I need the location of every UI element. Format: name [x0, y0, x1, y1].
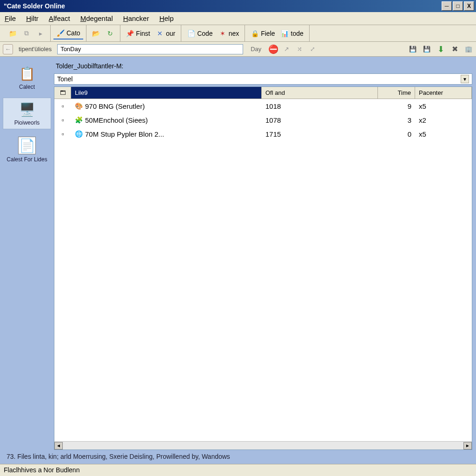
menu-mdegental[interactable]: Mdegental: [80, 14, 113, 22]
row-time: 0: [378, 130, 415, 138]
calect-icon: 📋: [17, 65, 37, 82]
path-label: Tolder_Juobilftantler-M:: [54, 61, 472, 71]
folder-button[interactable]: 📁: [6, 28, 20, 39]
our-button[interactable]: ✕our: [153, 28, 178, 39]
chevron-right-icon: ▸: [36, 29, 45, 38]
maximize-button[interactable]: □: [453, 1, 463, 11]
menu-hiltr[interactable]: Hiltr: [26, 14, 39, 22]
sidebar-calect-label: Calect: [19, 84, 35, 90]
horizontal-scrollbar[interactable]: ◄ ►: [54, 441, 472, 450]
minimize-button[interactable]: ─: [442, 1, 452, 11]
arrow-up-right-icon: ↗: [284, 46, 289, 53]
row-name: 50MEnchool (Siees): [85, 116, 148, 124]
monitor-icon: 🖥️: [17, 101, 37, 118]
folder-combo[interactable]: Tonel ▼: [54, 73, 472, 85]
table-row[interactable]: ▫ 🌐70M Stup Pypler Blon 2... 1715 0 x5: [54, 127, 472, 141]
tool-group-5: 📄Code ✶nex: [181, 25, 245, 41]
stop-icon: ⛔: [268, 44, 278, 54]
close-button[interactable]: X: [464, 1, 474, 11]
tool-group-2: 🖌️Cato: [51, 25, 86, 41]
open-folder-button[interactable]: 📂: [89, 28, 103, 39]
sidebar-item-calest[interactable]: 📄 Calest For Lides: [3, 134, 51, 165]
table-row[interactable]: ▫ 🧩50MEnchool (Siees) 1078 3 x2: [54, 113, 472, 127]
chart-icon: 📊: [281, 29, 289, 38]
row-time: 9: [378, 102, 415, 110]
fiele-button[interactable]: 🔒Fiele: [248, 28, 278, 39]
page-icon: 📄: [187, 29, 195, 38]
combo-value: Tonel: [57, 75, 461, 83]
menu-bar: File Hiltr Alfeact Mdegental Hancker Hel…: [0, 12, 476, 25]
nav-back-button[interactable]: ←: [3, 44, 13, 54]
status-bar-lower: Flaclhhives a Nor Budlenn: [0, 464, 476, 476]
finst-button[interactable]: 📌Finst: [123, 28, 153, 39]
row-name: 70M Stup Pypler Blon 2...: [85, 130, 164, 138]
row-pac: x2: [415, 116, 472, 124]
table-row[interactable]: ▫ 🎨970 BNG (Serutler) 1018 9 x5: [54, 99, 472, 113]
building-button[interactable]: 🏢: [464, 45, 473, 54]
copy-button[interactable]: ⧉: [20, 28, 33, 39]
sidebar-item-pioweorls[interactable]: 🖥️ Pioiweorls: [3, 98, 51, 129]
title-bar: "Cate Solder Online ─ □ X: [0, 0, 476, 12]
stop-button[interactable]: ⛔: [269, 45, 278, 54]
menu-file[interactable]: File: [5, 14, 16, 22]
menu-help[interactable]: Help: [159, 14, 174, 22]
download-button[interactable]: ⬇: [436, 45, 445, 54]
disk2-button[interactable]: 💾: [422, 45, 431, 54]
listview-body: ▫ 🎨970 BNG (Serutler) 1018 9 x5 ▫ 🧩50MEn…: [54, 99, 472, 441]
row-time: 3: [378, 116, 415, 124]
disk1-button[interactable]: 💾: [408, 45, 417, 54]
app-icon: 🎨: [75, 102, 82, 110]
menu-alfeact[interactable]: Alfeact: [49, 14, 70, 22]
brush-icon: 🖌️: [56, 29, 65, 37]
tode-button[interactable]: 📊tode: [278, 28, 306, 39]
toolbar: 📁 ⧉ ▸ 🖌️Cato 📂 ↻ 📌Finst ✕our 📄Code ✶nex …: [0, 25, 476, 42]
disk-icon: 💾: [409, 46, 416, 53]
tool-group-1: 📁 ⧉ ▸: [3, 25, 51, 41]
more-button[interactable]: ▸: [33, 28, 47, 39]
code-button[interactable]: 📄Code: [184, 28, 215, 39]
col-name[interactable]: Lile9: [71, 87, 262, 99]
tool-group-4: 📌Finst ✕our: [120, 25, 182, 41]
address-bar: ← tipent'ülioles Day ⛔ ↗ ⤭ ⤢ 💾 💾 ⬇ ✖ 🏢: [0, 42, 476, 57]
nex-button[interactable]: ✶nex: [216, 28, 242, 39]
nex-label: nex: [229, 30, 239, 37]
cross-thin-icon: ⤭: [297, 46, 302, 53]
day-label: Day: [247, 46, 265, 53]
up-arrow-button[interactable]: ↗: [282, 45, 291, 54]
tool-group-6: 🔒Fiele 📊tode: [245, 25, 310, 41]
star-icon: ✶: [218, 29, 227, 38]
expand-button[interactable]: ⤢: [308, 45, 317, 54]
col-time[interactable]: Time: [378, 87, 415, 99]
col-pacenter[interactable]: Pacenter: [415, 87, 472, 99]
menu-hancker[interactable]: Hancker: [123, 14, 149, 22]
col-icon[interactable]: 🗔: [54, 87, 71, 99]
building-icon: 🏢: [465, 46, 472, 53]
row-pac: x5: [415, 102, 472, 110]
status-bar-upper: 73. Files linta, kin; arld Moerrusing, S…: [0, 450, 476, 464]
cato-button[interactable]: 🖌️Cato: [53, 27, 83, 40]
finst-label: Finst: [136, 30, 150, 37]
cross-icon: ✕: [156, 29, 164, 38]
row-ofl: 1078: [262, 116, 378, 124]
window-buttons: ─ □ X: [442, 1, 474, 11]
folder-icon: 📁: [8, 29, 17, 38]
app-icon: 🧩: [75, 116, 82, 124]
disk-add-icon: 💾: [423, 46, 430, 53]
sidebar-pioweorls-label: Pioiweorls: [14, 119, 40, 126]
address-input[interactable]: [57, 44, 243, 54]
col-ofl[interactable]: Ofl and: [262, 87, 378, 99]
sidebar-item-calect[interactable]: 📋 Calect: [3, 62, 51, 93]
open-folder-icon: 📂: [92, 29, 100, 38]
delete-button[interactable]: ✖: [450, 45, 459, 54]
scroll-right-icon[interactable]: ►: [463, 442, 472, 450]
fiele-label: Fiele: [261, 30, 275, 37]
our-label: our: [166, 30, 175, 37]
row-check-icon: ▫: [59, 116, 66, 124]
cross-button[interactable]: ⤭: [295, 45, 304, 54]
row-ofl: 1715: [262, 130, 378, 138]
tool-group-3: 📂 ↻: [86, 25, 120, 41]
window-title: "Cate Solder Online: [2, 2, 442, 10]
refresh-button[interactable]: ↻: [103, 28, 117, 39]
scroll-left-icon[interactable]: ◄: [54, 442, 63, 450]
sidebar: 📋 Calect 🖥️ Pioiweorls 📄 Calest For Lide…: [0, 57, 54, 450]
